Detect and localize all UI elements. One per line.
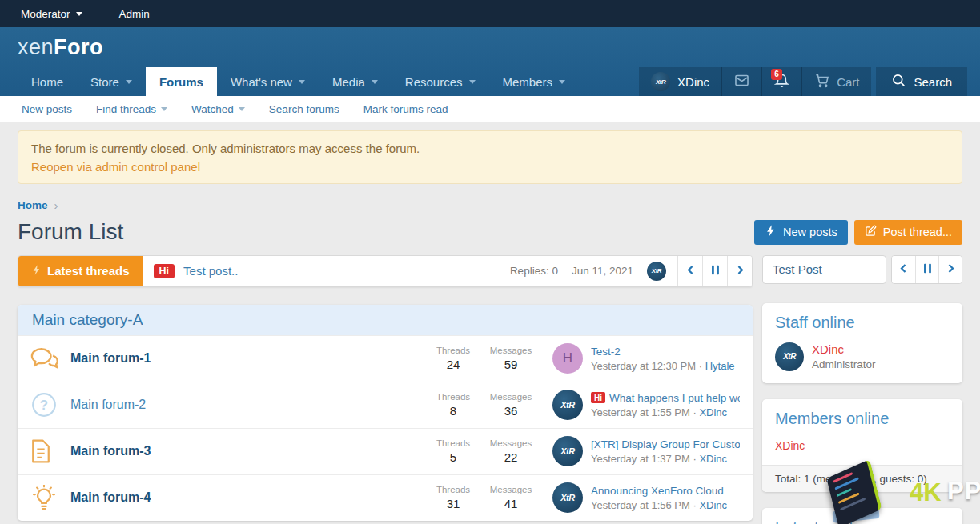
messages-count: 41 [482,497,540,510]
member-link[interactable]: XDinc [775,439,805,452]
chevron-down-icon [559,80,565,84]
tab-forums[interactable]: Forums [146,67,217,96]
messages-count: 36 [482,404,540,418]
messages-count: 59 [482,358,540,371]
avatar[interactable]: XtR [775,342,804,371]
tab-store[interactable]: Store [77,67,146,96]
forum-link[interactable]: Main forum-1 [70,351,151,365]
svg-text:?: ? [40,398,48,413]
members-online-total: Total: 1 (members: 1, guests: 0) [762,465,962,492]
widget-title: Members online [775,410,950,428]
sidebar-ticker-next-button[interactable] [938,256,962,283]
chevron-down-icon [299,80,305,84]
alerts-button[interactable]: 6 [761,67,801,96]
messages-count: 22 [482,450,540,464]
chevron-down-icon [76,12,82,16]
forum-closed-notice: The forum is currently closed. Only admi… [18,130,962,184]
subnav-find-threads[interactable]: Find threads [96,103,167,115]
category-title[interactable]: Main category-A [18,305,753,335]
forum-row: Main forum-4 Threads31 Messages41 XtR An… [18,474,753,521]
tab-resources[interactable]: Resources [392,67,489,96]
pause-icon [710,264,721,278]
search-button[interactable]: Search [876,67,967,96]
subnav-new-posts[interactable]: New posts [22,103,72,115]
breadcrumb: Home › [18,199,962,211]
last-post-author[interactable]: XDinc [699,406,727,418]
avatar[interactable]: XtR [647,262,666,281]
ticker-next-button[interactable] [727,256,752,286]
lightning-icon [31,264,42,278]
last-post-link[interactable]: What happens I put help word ... [609,392,740,404]
tab-media[interactable]: Media [319,67,392,96]
tab-whats-new[interactable]: What's new [217,67,319,96]
sidebar-ticker-pause-button[interactable] [915,256,938,283]
cart-button[interactable]: Cart [801,67,871,96]
account-menu[interactable]: XtR XDinc [639,67,721,96]
question-mark-icon: ? [30,392,61,418]
forums-subnav: New posts Find threads Watched Search fo… [0,96,980,122]
avatar[interactable]: XtR [552,482,583,513]
breadcrumb-home[interactable]: Home [18,199,48,211]
reopen-admin-panel-link[interactable]: Reopen via admin control panel [31,160,200,174]
latest-posts-widget: Latest posts XtR Announcing XenForo Clou… [762,508,962,524]
last-post-link[interactable]: [XTR] Display Group For Custom Fi... [591,438,740,450]
main-nav: Home Store Forums What's new Media Resou… [0,67,980,96]
alerts-count-badge: 6 [771,69,782,80]
threads-label: Threads [424,346,482,355]
sidebar-ticker-prev-button[interactable] [892,256,915,283]
chevron-down-icon [126,80,132,84]
chevron-left-icon [898,262,909,277]
sidebar-ticker: Test Post [762,255,962,284]
ticker-replies: Replies: 0 [510,265,558,277]
last-post-author[interactable]: XDinc [699,499,727,511]
sidebar-ticker-thread-link[interactable]: Test Post [762,255,886,284]
forum-row: Main forum-3 Threads5 Messages22 XtR [XT… [18,428,753,474]
forum-link[interactable]: Main forum-2 [70,398,146,411]
subnav-search-forums[interactable]: Search forums [269,103,339,115]
forum-link[interactable]: Main forum-3 [70,444,151,458]
subnav-watched[interactable]: Watched [191,103,245,115]
tab-home[interactable]: Home [18,67,77,96]
widget-title: Staff online [775,314,950,332]
ticker-prev-button[interactable] [677,256,702,286]
category-block: Main category-A Main forum-1 Threads24 M… [18,305,753,521]
messages-label: Messages [482,392,540,402]
chevron-down-icon [469,80,476,84]
messages-label: Messages [482,346,540,355]
prefix-badge: Hi [154,264,175,278]
prefix-badge: Hi [591,392,605,403]
forum-link[interactable]: Main forum-4 [70,490,151,504]
site-header: xenForo Home Store Forums What's new Med… [0,27,980,96]
admin-link[interactable]: Admin [119,8,150,20]
forum-row: ? Main forum-2 Threads8 Messages36 XtR H… [18,382,753,428]
new-posts-button[interactable]: New posts [754,220,848,245]
last-post-link[interactable]: Test-2 [591,346,621,358]
post-thread-button[interactable]: Post thread... [854,220,962,245]
user-nav-group: XtR XDinc 6 Cart [639,67,871,96]
ticker-thread-link[interactable]: Test post.. [183,264,510,278]
page-title: Forum List [18,219,123,245]
messages-label: Messages [482,438,540,448]
avatar[interactable]: XtR [552,390,583,420]
chevron-down-icon [372,80,378,84]
ticker-pause-button[interactable] [702,256,727,286]
subnav-mark-forums-read[interactable]: Mark forums read [363,103,448,115]
tab-members[interactable]: Members [489,67,580,96]
chevron-down-icon [239,107,245,111]
xenforo-logo[interactable]: xenForo [18,35,103,60]
threads-count: 5 [424,450,482,464]
avatar[interactable]: XtR [552,436,583,466]
latest-threads-ticker: Latest threads Hi Test post.. Replies: 0… [18,255,753,287]
conversations-button[interactable] [721,67,761,96]
last-post-author[interactable]: Hytale [705,360,735,372]
staff-member-link[interactable]: XDinc [812,342,844,356]
threads-label: Threads [424,392,482,402]
search-group: Search [876,67,967,96]
avatar[interactable]: H [552,343,583,374]
last-post-link[interactable]: Announcing XenForo Cloud [591,485,724,497]
moderator-menu[interactable]: Moderator [21,8,82,20]
staff-online-widget: Staff online XtR XDinc Administrator [762,303,962,383]
last-post-author[interactable]: XDinc [699,453,727,465]
chevron-down-icon [161,107,167,111]
light-bulb-icon [30,485,61,510]
